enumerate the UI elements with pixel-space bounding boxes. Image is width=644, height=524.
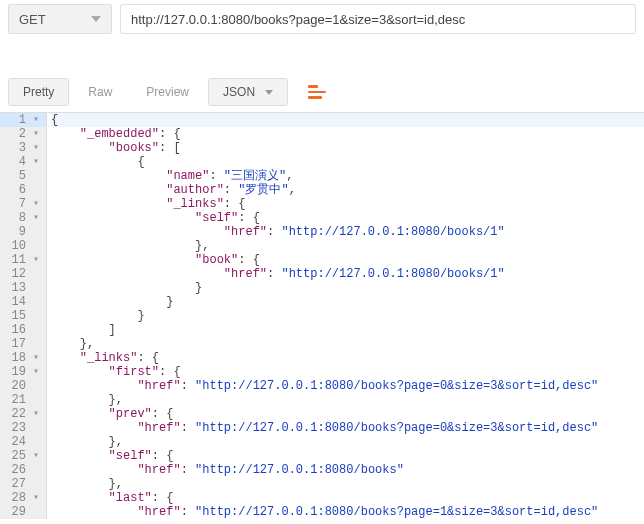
fold-toggle-icon[interactable]: ▾ bbox=[28, 253, 44, 267]
request-bar: GET bbox=[0, 0, 644, 46]
gutter-row: 21 bbox=[0, 393, 46, 407]
line-number: 21 bbox=[0, 393, 28, 407]
gutter-row: 9 bbox=[0, 225, 46, 239]
fold-toggle-icon[interactable]: ▾ bbox=[28, 365, 44, 379]
line-number: 26 bbox=[0, 463, 28, 477]
gutter-row: 28▾ bbox=[0, 491, 46, 505]
code-line: "name": "三国演义", bbox=[51, 169, 644, 183]
fold-toggle-icon[interactable]: ▾ bbox=[28, 141, 44, 155]
line-number: 11 bbox=[0, 253, 28, 267]
fold-toggle-icon[interactable]: ▾ bbox=[28, 449, 44, 463]
line-number: 14 bbox=[0, 295, 28, 309]
code-line: "href": "http://127.0.0.1:8080/books/1" bbox=[51, 267, 644, 281]
gutter-row: 19▾ bbox=[0, 365, 46, 379]
gutter-row: 26 bbox=[0, 463, 46, 477]
url-input[interactable] bbox=[120, 4, 636, 34]
gutter-row: 18▾ bbox=[0, 351, 46, 365]
line-number: 25 bbox=[0, 449, 28, 463]
line-number: 5 bbox=[0, 169, 28, 183]
gutter-row: 29 bbox=[0, 505, 46, 519]
fold-toggle-icon[interactable]: ▾ bbox=[28, 127, 44, 141]
code-line: "self": { bbox=[51, 211, 644, 225]
fold-toggle-icon[interactable]: ▾ bbox=[28, 197, 44, 211]
gutter-row: 11▾ bbox=[0, 253, 46, 267]
http-method-select[interactable]: GET bbox=[8, 4, 112, 34]
line-number: 23 bbox=[0, 421, 28, 435]
line-number: 18 bbox=[0, 351, 28, 365]
code-line: } bbox=[51, 295, 644, 309]
gutter-row: 22▾ bbox=[0, 407, 46, 421]
response-body: 1▾2▾3▾4▾567▾8▾91011▾12131415161718▾19▾20… bbox=[0, 113, 644, 519]
fold-toggle-icon[interactable]: ▾ bbox=[28, 491, 44, 505]
line-number: 7 bbox=[0, 197, 28, 211]
code-line: }, bbox=[51, 393, 644, 407]
line-number: 22 bbox=[0, 407, 28, 421]
response-toolbar: Pretty Raw Preview JSON bbox=[0, 72, 644, 113]
gutter-row: 20 bbox=[0, 379, 46, 393]
tab-pretty[interactable]: Pretty bbox=[8, 78, 69, 106]
gutter-row: 17 bbox=[0, 337, 46, 351]
code-line: "self": { bbox=[51, 449, 644, 463]
code-line: { bbox=[51, 113, 644, 127]
code-line: }, bbox=[51, 477, 644, 491]
code-line: "href": "http://127.0.0.1:8080/books/1" bbox=[51, 225, 644, 239]
code-line: "first": { bbox=[51, 365, 644, 379]
line-number: 12 bbox=[0, 267, 28, 281]
gutter-row: 15 bbox=[0, 309, 46, 323]
http-method-label: GET bbox=[19, 12, 46, 27]
gutter-row: 13 bbox=[0, 281, 46, 295]
code-content[interactable]: { "_embedded": { "books": [ { "name": "三… bbox=[47, 113, 644, 519]
code-line: } bbox=[51, 281, 644, 295]
gutter-row: 25▾ bbox=[0, 449, 46, 463]
code-line: } bbox=[51, 309, 644, 323]
code-line: "book": { bbox=[51, 253, 644, 267]
line-number: 6 bbox=[0, 183, 28, 197]
line-number: 2 bbox=[0, 127, 28, 141]
gutter-row: 24 bbox=[0, 435, 46, 449]
tab-preview[interactable]: Preview bbox=[131, 78, 204, 106]
gutter-row: 3▾ bbox=[0, 141, 46, 155]
line-number: 8 bbox=[0, 211, 28, 225]
gutter-row: 27 bbox=[0, 477, 46, 491]
gutter-row: 4▾ bbox=[0, 155, 46, 169]
line-number: 10 bbox=[0, 239, 28, 253]
code-line: "_links": { bbox=[51, 351, 644, 365]
code-line: "books": [ bbox=[51, 141, 644, 155]
code-line: "_links": { bbox=[51, 197, 644, 211]
wrap-lines-button[interactable] bbox=[300, 78, 334, 106]
fold-toggle-icon[interactable]: ▾ bbox=[28, 155, 44, 169]
gutter-row: 7▾ bbox=[0, 197, 46, 211]
code-line: ] bbox=[51, 323, 644, 337]
code-line: "href": "http://127.0.0.1:8080/books" bbox=[51, 463, 644, 477]
code-line: }, bbox=[51, 239, 644, 253]
format-select[interactable]: JSON bbox=[208, 78, 288, 106]
gutter-row: 10 bbox=[0, 239, 46, 253]
line-number: 13 bbox=[0, 281, 28, 295]
line-number: 29 bbox=[0, 505, 28, 519]
code-line: "author": "罗贯中", bbox=[51, 183, 644, 197]
gutter-row: 1▾ bbox=[0, 113, 46, 127]
code-line: "href": "http://127.0.0.1:8080/books?pag… bbox=[51, 379, 644, 393]
code-line: "_embedded": { bbox=[51, 127, 644, 141]
fold-toggle-icon[interactable]: ▾ bbox=[28, 113, 44, 127]
code-line: { bbox=[51, 155, 644, 169]
tab-raw[interactable]: Raw bbox=[73, 78, 127, 106]
code-line: "href": "http://127.0.0.1:8080/books?pag… bbox=[51, 421, 644, 435]
gutter-row: 23 bbox=[0, 421, 46, 435]
code-line: "prev": { bbox=[51, 407, 644, 421]
line-number: 1 bbox=[0, 113, 28, 127]
line-number: 16 bbox=[0, 323, 28, 337]
gutter-row: 8▾ bbox=[0, 211, 46, 225]
gutter-row: 14 bbox=[0, 295, 46, 309]
gutter-row: 2▾ bbox=[0, 127, 46, 141]
fold-toggle-icon[interactable]: ▾ bbox=[28, 211, 44, 225]
line-number: 24 bbox=[0, 435, 28, 449]
line-number: 15 bbox=[0, 309, 28, 323]
format-label: JSON bbox=[223, 85, 255, 99]
line-number: 3 bbox=[0, 141, 28, 155]
code-line: "last": { bbox=[51, 491, 644, 505]
fold-toggle-icon[interactable]: ▾ bbox=[28, 351, 44, 365]
line-number: 27 bbox=[0, 477, 28, 491]
fold-toggle-icon[interactable]: ▾ bbox=[28, 407, 44, 421]
wrap-lines-icon bbox=[308, 85, 326, 99]
